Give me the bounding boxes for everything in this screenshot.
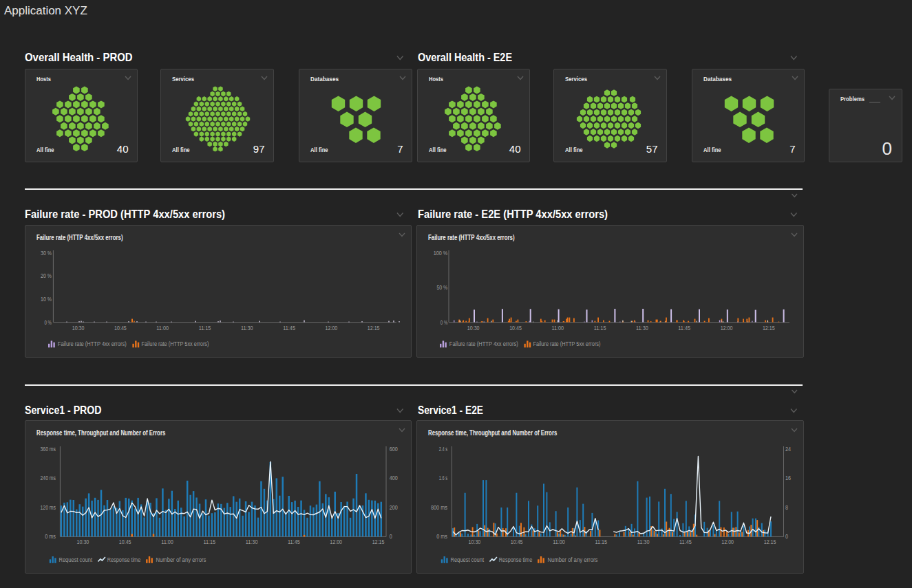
svg-text:20 %: 20 % [41,272,52,279]
svg-text:11:15: 11:15 [203,538,215,545]
svg-text:Overall Health - PROD: Overall Health - PROD [25,51,133,64]
svg-text:11:45: 11:45 [288,538,300,545]
svg-text:24: 24 [785,446,791,453]
svg-text:Response time, Throughput and: Response time, Throughput and Number of … [428,429,558,437]
svg-text:Databases: Databases [310,75,339,83]
svg-text:11:15: 11:15 [595,538,607,545]
svg-text:10:30: 10:30 [469,538,481,545]
svg-text:12:00: 12:00 [326,325,338,331]
svg-text:Request count: Request count [451,556,485,563]
svg-text:All fine: All fine [310,146,328,153]
svg-text:Number of any errors: Number of any errors [547,556,597,563]
svg-text:200: 200 [390,504,398,511]
svg-text:11:30: 11:30 [241,325,253,331]
svg-text:10:45: 10:45 [114,325,127,331]
svg-text:240 ms: 240 ms [41,475,56,481]
svg-text:10:30: 10:30 [467,325,480,331]
svg-text:Failure rate (HTTP 4xx/5xx err: Failure rate (HTTP 4xx/5xx errors) [428,234,515,241]
svg-text:Services: Services [172,75,194,83]
svg-text:11:30: 11:30 [246,538,258,545]
svg-text:10:30: 10:30 [77,538,89,545]
svg-text:Overall Health - E2E: Overall Health - E2E [418,51,512,64]
svg-text:Failure rate (HTTP 4xx/5xx err: Failure rate (HTTP 4xx/5xx errors) [36,234,123,241]
svg-text:Problems: Problems [840,95,865,102]
svg-text:Hosts: Hosts [36,75,51,83]
svg-text:0: 0 [882,138,892,159]
svg-text:11:00: 11:00 [161,538,173,545]
svg-text:All fine: All fine [172,146,190,153]
svg-text:8: 8 [785,504,788,511]
svg-text:11:15: 11:15 [199,325,211,331]
svg-text:50 %: 50 % [436,284,447,291]
svg-text:12:15: 12:15 [763,325,775,331]
svg-text:All fine: All fine [703,146,721,153]
svg-text:2.4 s: 2.4 s [439,446,447,453]
svg-text:0 %: 0 % [441,319,448,326]
svg-text:All fine: All fine [36,146,54,153]
svg-text:0 ms: 0 ms [436,533,447,540]
svg-text:10:45: 10:45 [509,325,522,331]
svg-text:16: 16 [785,475,791,481]
svg-text:40: 40 [117,143,129,155]
svg-text:7: 7 [789,143,795,155]
svg-text:11:15: 11:15 [594,325,606,331]
svg-text:57: 57 [646,143,658,155]
svg-text:0 ms: 0 ms [45,533,56,540]
svg-text:11:45: 11:45 [679,538,692,545]
svg-text:Failure rate (HTTP 4xx errors): Failure rate (HTTP 4xx errors) [58,340,127,347]
svg-text:11:30: 11:30 [636,325,648,331]
svg-text:600: 600 [390,446,398,453]
svg-text:Response time, Throughput and: Response time, Throughput and Number of … [36,429,166,437]
svg-text:11:00: 11:00 [553,538,565,545]
svg-text:Service1 - E2E: Service1 - E2E [418,404,483,417]
svg-text:97: 97 [253,143,265,155]
svg-text:12:15: 12:15 [764,538,776,545]
svg-text:Number of any errors: Number of any errors [156,556,206,563]
svg-text:Hosts: Hosts [429,75,443,83]
svg-text:Response time: Response time [107,556,140,563]
svg-text:10:45: 10:45 [119,538,131,545]
svg-text:Failure rate - PROD (HTTP 4xx/: Failure rate - PROD (HTTP 4xx/5xx errors… [25,208,225,221]
svg-text:40: 40 [509,143,521,155]
svg-text:Service1 - PROD: Service1 - PROD [25,404,102,417]
svg-text:10:30: 10:30 [72,325,85,331]
svg-text:11:45: 11:45 [283,325,295,331]
svg-text:Databases: Databases [703,75,732,83]
svg-text:11:00: 11:00 [156,325,169,331]
svg-text:120 ms: 120 ms [41,504,56,511]
svg-text:11:45: 11:45 [678,325,690,331]
svg-text:10 %: 10 % [41,296,52,303]
svg-text:360 ms: 360 ms [41,446,56,453]
svg-text:Response time: Response time [499,556,532,563]
svg-text:11:30: 11:30 [637,538,650,545]
svg-text:12:15: 12:15 [372,538,385,545]
svg-text:800 ms: 800 ms [431,504,447,511]
svg-text:12:00: 12:00 [721,325,733,331]
svg-text:Failure rate (HTTP 4xx errors): Failure rate (HTTP 4xx errors) [449,340,518,347]
svg-text:10:45: 10:45 [511,538,523,545]
svg-text:400: 400 [390,475,398,481]
svg-text:Failure rate (HTTP 5xx errors): Failure rate (HTTP 5xx errors) [533,340,601,347]
svg-text:12:00: 12:00 [721,538,734,545]
svg-text:Failure rate - E2E (HTTP 4xx/5: Failure rate - E2E (HTTP 4xx/5xx errors) [418,208,608,221]
svg-text:12:15: 12:15 [368,325,380,331]
svg-text:0: 0 [390,533,392,540]
svg-text:Application XYZ: Application XYZ [4,5,87,17]
svg-text:1.6 s: 1.6 s [439,475,447,481]
svg-text:11:00: 11:00 [551,325,564,331]
svg-text:7: 7 [397,143,403,155]
svg-text:Services: Services [565,75,587,83]
svg-text:All fine: All fine [429,146,447,153]
svg-text:Request count: Request count [59,556,93,563]
svg-text:0 %: 0 % [45,319,52,326]
svg-text:12:00: 12:00 [330,538,342,545]
svg-text:30 %: 30 % [41,250,52,257]
svg-text:Failure rate (HTTP 5xx errors): Failure rate (HTTP 5xx errors) [142,340,209,347]
svg-text:All fine: All fine [565,146,583,153]
svg-text:100 %: 100 % [434,250,448,257]
svg-text:0: 0 [785,533,788,540]
